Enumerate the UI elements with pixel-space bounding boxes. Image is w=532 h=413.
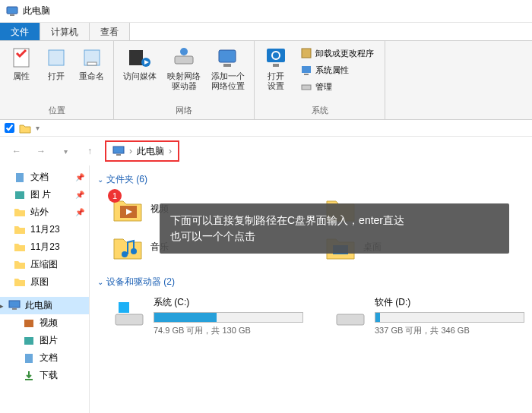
manage-icon: [300, 80, 312, 93]
settings-icon: [264, 46, 288, 70]
folder-small-icon: [19, 123, 31, 134]
back-button[interactable]: ←: [8, 142, 26, 160]
window-title: 此电脑: [23, 5, 50, 17]
svg-rect-15: [302, 49, 311, 58]
sidebar-sub-videos[interactable]: 视频: [0, 314, 89, 332]
svg-rect-16: [302, 66, 311, 73]
system-properties-button[interactable]: 系统属性: [297, 62, 377, 77]
music-folder-icon: [112, 232, 143, 262]
drive-c-free: 74.9 GB 可用，共 130 GB: [154, 325, 303, 336]
pic-icon: [23, 335, 35, 347]
svg-rect-11: [223, 64, 231, 67]
tab-computer[interactable]: 计算机: [40, 23, 90, 40]
folder-icon: [14, 241, 26, 254]
sidebar-item-compressed[interactable]: 压缩图: [0, 256, 89, 273]
drive-icon: [112, 296, 146, 329]
pic-icon: [14, 189, 26, 201]
breadcrumb-root[interactable]: 此电脑: [137, 145, 164, 158]
pin-icon: 📌: [75, 208, 84, 216]
media-icon: [128, 46, 152, 70]
breadcrumb-sep2: ›: [169, 146, 172, 156]
ribbon-tabs: 文件 计算机 查看: [0, 23, 532, 41]
svg-rect-20: [116, 154, 121, 156]
svg-point-9: [180, 48, 188, 55]
breadcrumb-sep: ›: [129, 146, 132, 156]
annotation-overlay: 下面可以直接复制路径在C盘界面输入，enter直达 也可以一个个点击: [160, 203, 509, 254]
drive-c[interactable]: 系统 (C:) 74.9 GB 可用，共 130 GB: [112, 296, 303, 336]
uninstall-button[interactable]: 卸载或更改程序: [297, 46, 377, 61]
up-button[interactable]: ↑: [81, 142, 99, 160]
quick-access-bar: ▾: [0, 120, 532, 137]
sidebar-sub-pictures[interactable]: 图片: [0, 332, 89, 349]
drives-section-header[interactable]: ⌄ 设备和驱动器 (2): [97, 273, 524, 292]
sidebar-sub-documents[interactable]: 文档: [0, 349, 89, 367]
download-icon: [23, 370, 35, 382]
tab-file[interactable]: 文件: [0, 23, 40, 40]
drive-c-bar: [154, 312, 303, 323]
svg-rect-26: [24, 337, 33, 345]
chevron-down-icon: ⌄: [97, 175, 103, 184]
access-media-button[interactable]: 访问媒体: [120, 44, 160, 83]
sidebar-sub-downloads[interactable]: 下载: [0, 367, 89, 384]
chevron-down-icon[interactable]: ▾: [36, 124, 40, 132]
annotation-badge-1: 1: [108, 189, 122, 203]
this-pc-icon: [6, 5, 18, 17]
nav-bar: ← → ▾ ↑ › 此电脑 ›: [0, 137, 532, 166]
ribbon-group-system: 打开 设置 卸载或更改程序 系统属性 管理 系统: [255, 41, 385, 119]
folder-icon: [14, 276, 26, 288]
folder-icon: [14, 206, 26, 219]
sidebar-item-thispc[interactable]: ▸ 此电脑: [0, 297, 89, 314]
select-all-checkbox[interactable]: [5, 123, 14, 133]
open-settings-button[interactable]: 打开 设置: [261, 44, 291, 93]
sidebar-item-nov23a[interactable]: 11月23: [0, 221, 89, 238]
sidebar-item-original[interactable]: 原图: [0, 273, 89, 291]
drive-icon: [334, 296, 367, 329]
sidebar-item-external[interactable]: 站外 📌: [0, 203, 89, 221]
drive-c-name: 系统 (C:): [154, 296, 303, 309]
title-bar: 此电脑: [0, 0, 532, 23]
sidebar-item-nov23b[interactable]: 11月23: [0, 238, 89, 256]
sidebar: 文档 📌 图 片 📌 站外 📌 11月23 11月23 压缩图 原图: [0, 166, 90, 413]
svg-rect-17: [304, 74, 309, 75]
this-pc-icon: [8, 300, 21, 312]
svg-rect-6: [129, 50, 143, 65]
svg-point-30: [122, 251, 128, 257]
svg-rect-1: [10, 14, 14, 16]
video-icon: [23, 317, 35, 329]
folders-section-header[interactable]: ⌄ 文件夹 (6): [97, 170, 524, 189]
svg-rect-22: [15, 191, 24, 199]
sidebar-item-documents[interactable]: 文档 📌: [0, 169, 89, 186]
forward-button[interactable]: →: [32, 142, 50, 160]
svg-rect-35: [337, 314, 364, 325]
doc-icon: [14, 172, 26, 184]
content-area: ⌄ 文件夹 (6) 1 视频 音乐 桌面 ⌄ 设备和驱动器 (2): [90, 166, 532, 413]
properties-button[interactable]: 属性: [6, 44, 36, 83]
drive-d[interactable]: 软件 (D:) 337 GB 可用，共 346 GB: [334, 296, 524, 336]
svg-rect-19: [113, 147, 124, 153]
tab-view[interactable]: 查看: [90, 23, 130, 40]
svg-rect-21: [16, 173, 24, 182]
svg-rect-8: [175, 56, 193, 64]
sysprops-icon: [300, 64, 312, 76]
pin-icon: 📌: [75, 191, 84, 199]
map-drive-icon: [172, 46, 196, 70]
svg-rect-23: [9, 301, 20, 307]
drive-d-name: 软件 (D:): [375, 296, 524, 309]
drive-d-free: 337 GB 可用，共 346 GB: [375, 325, 524, 336]
manage-button[interactable]: 管理: [297, 79, 377, 94]
breadcrumb[interactable]: › 此电脑 ›: [105, 140, 179, 162]
recent-dropdown[interactable]: ▾: [56, 142, 74, 160]
rename-button[interactable]: 重命名: [76, 44, 107, 83]
map-drive-button[interactable]: 映射网络 驱动器: [164, 44, 204, 93]
svg-rect-14: [273, 64, 279, 67]
svg-rect-5: [87, 62, 97, 65]
uninstall-icon: [300, 47, 312, 59]
open-button[interactable]: 打开: [41, 44, 71, 83]
svg-rect-28: [25, 379, 33, 380]
add-netloc-button[interactable]: 添加一个 网络位置: [208, 44, 248, 93]
folder-icon: [14, 224, 26, 236]
sidebar-item-pictures[interactable]: 图 片 📌: [0, 186, 89, 203]
svg-rect-25: [24, 320, 33, 327]
ribbon-group-location: 属性 打开 重命名 位置: [0, 41, 114, 119]
svg-rect-3: [49, 50, 64, 65]
